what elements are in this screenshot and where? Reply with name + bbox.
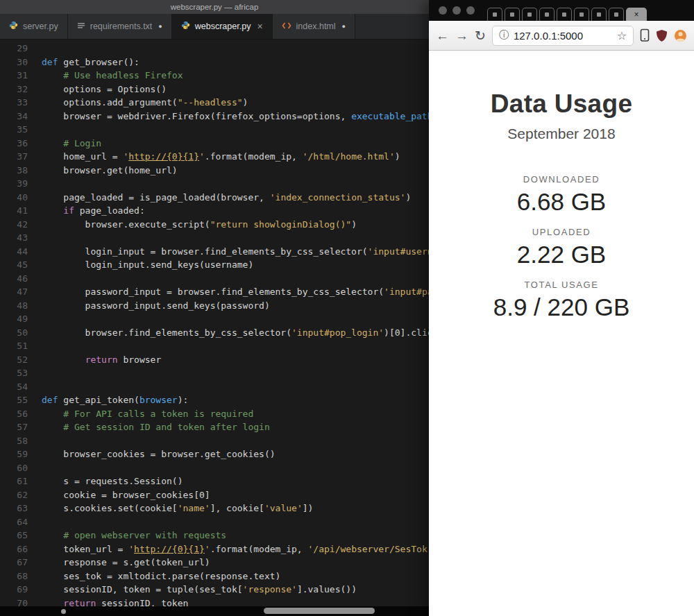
code-line: 32 options = Options() <box>0 83 429 96</box>
code-text: ses_tok = xmltodict.parse(response.text) <box>42 571 280 581</box>
code-text: password_input.send_keys(password) <box>42 300 270 311</box>
browser-tab[interactable] <box>539 8 555 21</box>
browser-tab[interactable] <box>505 8 520 21</box>
line-number: 43 <box>0 231 28 245</box>
code-line: 34 browser = webdriver.Firefox(firefox_o… <box>0 110 429 123</box>
bookmark-star-icon[interactable]: ☆ <box>617 29 627 42</box>
browser-tab[interactable]: × <box>626 8 647 21</box>
stat-value: 6.68 GB <box>429 188 694 216</box>
code-line: 65 # open webserver with requests <box>0 529 429 542</box>
address-bar[interactable]: ⓘ 127.0.0.1:5000 ☆ <box>492 26 634 46</box>
browser-tab[interactable] <box>557 8 572 21</box>
line-number: 35 <box>0 123 28 137</box>
zoom-window-button[interactable] <box>466 6 475 15</box>
site-info-icon[interactable]: ⓘ <box>499 29 509 42</box>
code-line: 53 <box>0 366 429 380</box>
modified-dot-icon: ● <box>342 23 346 30</box>
minimize-window-button[interactable] <box>452 6 461 15</box>
html-file-icon <box>282 22 291 32</box>
page-subtitle: September 2018 <box>429 126 694 142</box>
reload-icon[interactable]: ↻ <box>475 29 486 42</box>
modified-dot-icon: ● <box>158 23 162 30</box>
browser-toolbar: ← → ↻ ⓘ 127.0.0.1:5000 ☆ <box>429 21 694 51</box>
line-number: 60 <box>0 461 28 475</box>
phone-extension-icon[interactable] <box>640 28 650 42</box>
code-text: login_input = browser.find_elements_by_c… <box>42 246 429 257</box>
scrollbar-thumb[interactable] <box>264 608 375 614</box>
line-number: 47 <box>0 285 28 299</box>
code-area[interactable]: 2930def get_browser():31 # Use headless … <box>0 40 429 610</box>
code-editor-window: webscraper.py — africap server.pyrequire… <box>0 0 429 616</box>
tab-favicon <box>493 12 497 17</box>
code-text: home_url = 'http://{0}{1}'.format(modem_… <box>42 151 400 162</box>
line-number: 39 <box>0 177 28 191</box>
code-line: 33 options.add_argument("--headless") <box>0 96 429 110</box>
dot-indicator <box>61 609 66 614</box>
line-number: 44 <box>0 245 28 259</box>
code-line: 54 <box>0 380 429 394</box>
line-number: 65 <box>0 529 28 542</box>
line-number: 61 <box>0 474 28 488</box>
code-line: 44 login_input = browser.find_elements_b… <box>0 245 429 259</box>
close-window-button[interactable] <box>439 6 447 15</box>
url-text: 127.0.0.1:5000 <box>514 30 583 42</box>
tab-favicon <box>579 12 584 17</box>
tab-favicon <box>510 12 514 17</box>
window-controls <box>439 6 475 15</box>
line-number: 36 <box>0 137 28 151</box>
forward-icon[interactable]: → <box>455 29 468 42</box>
editor-tab-index.html[interactable]: index.html● <box>273 14 355 39</box>
tab-label: requirements.txt <box>90 22 153 31</box>
line-number: 69 <box>0 583 28 597</box>
line-number: 41 <box>0 204 28 218</box>
code-line: 39 <box>0 177 429 191</box>
page-title: Data Usage <box>429 89 694 119</box>
line-number: 33 <box>0 96 28 110</box>
line-number: 48 <box>0 299 28 313</box>
close-tab-icon[interactable]: × <box>257 21 262 32</box>
code-line: 60 <box>0 461 429 475</box>
line-number: 49 <box>0 312 28 326</box>
code-text: options = Options() <box>42 84 167 94</box>
line-number: 34 <box>0 110 28 123</box>
line-number: 57 <box>0 420 28 434</box>
line-number: 50 <box>0 326 28 340</box>
code-text: browser = webdriver.Firefox(firefox_opti… <box>42 111 429 121</box>
code-line: 40 page_loaded = is_page_loaded(browser,… <box>0 191 429 205</box>
browser-tab[interactable] <box>591 8 607 21</box>
code-text: options.add_argument("--headless") <box>42 97 248 108</box>
editor-tab-requirements.txt[interactable]: requirements.txt● <box>68 14 172 39</box>
avatar-icon[interactable] <box>674 29 687 42</box>
line-number: 32 <box>0 83 28 96</box>
browser-tab[interactable] <box>574 8 589 21</box>
browser-tab[interactable] <box>487 8 502 21</box>
browser-tab[interactable] <box>522 8 537 21</box>
browser-tab[interactable] <box>609 8 624 21</box>
code-line: 69 sessionID, token = tuple(ses_tok['res… <box>0 583 429 597</box>
tab-favicon <box>597 12 601 17</box>
line-number: 46 <box>0 272 28 286</box>
code-text: browser.find_elements_by_css_selector('i… <box>42 327 429 338</box>
code-line: 63 s.cookies.set(cookie['name'], cookie[… <box>0 502 429 515</box>
editor-tab-webscraper.py[interactable]: webscraper.py× <box>172 14 273 39</box>
shield-extension-icon[interactable] <box>656 29 668 42</box>
tab-favicon <box>527 12 532 17</box>
back-icon[interactable]: ← <box>436 29 449 42</box>
editor-tab-server.py[interactable]: server.py <box>0 14 68 39</box>
code-line: 29 <box>0 42 429 55</box>
code-text: # For API calls a token is required <box>42 409 253 419</box>
code-line: 62 cookie = browser_cookies[0] <box>0 488 429 502</box>
line-number: 56 <box>0 407 28 421</box>
tab-close-icon[interactable]: × <box>634 10 638 19</box>
stat-label: TOTAL USAGE <box>429 280 694 290</box>
code-text: # Login <box>42 138 101 148</box>
code-text: login_input.send_keys(username) <box>42 259 253 270</box>
editor-tab-bar: server.pyrequirements.txt●webscraper.py×… <box>0 14 429 40</box>
code-text: browser.execute_script("return showlogin… <box>42 219 357 230</box>
code-text: browser.get(home_url) <box>42 165 178 176</box>
tab-favicon <box>545 12 549 17</box>
code-text: page_loaded = is_page_loaded(browser, 'i… <box>42 192 411 203</box>
line-number: 63 <box>0 502 28 515</box>
tab-favicon <box>562 12 566 17</box>
code-line: 56 # For API calls a token is required <box>0 407 429 421</box>
